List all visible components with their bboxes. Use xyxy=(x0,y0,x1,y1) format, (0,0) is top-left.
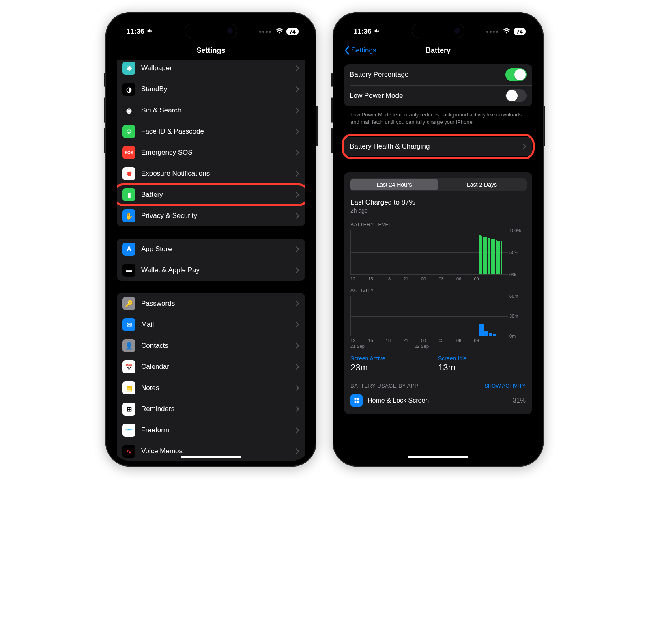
battery-icon: ▮ xyxy=(122,188,135,201)
settings-row-wallet[interactable]: ▬Wallet & Apple Pay xyxy=(117,260,305,281)
settings-row-siri[interactable]: ◉Siri & Search xyxy=(117,100,305,121)
settings-row-wallpaper[interactable]: ❋Wallpaper xyxy=(117,60,305,79)
wifi-icon xyxy=(503,28,510,36)
passwords-icon: 🔑 xyxy=(122,297,135,310)
chevron-right-icon xyxy=(295,364,299,370)
settings-label: Reminders xyxy=(141,405,290,413)
settings-label: Privacy & Security xyxy=(141,212,290,220)
svg-rect-3 xyxy=(357,401,359,403)
sos-icon: SOS xyxy=(122,146,135,159)
settings-label: Face ID & Passcode xyxy=(141,127,290,136)
settings-label: Freeform xyxy=(141,426,290,434)
dynamic-island xyxy=(185,24,237,38)
app-switcher-dots-icon xyxy=(486,31,498,33)
segment-2d[interactable]: Last 2 Days xyxy=(438,179,526,190)
chevron-right-icon xyxy=(295,65,299,71)
chevron-right-icon xyxy=(522,143,527,150)
chevron-right-icon xyxy=(295,107,299,114)
phone-right: 11:36 74 Settings Battery Battery Perce xyxy=(333,12,544,467)
settings-row-appstore[interactable]: AApp Store xyxy=(117,239,305,260)
low-power-row[interactable]: Low Power Mode xyxy=(344,85,532,106)
low-power-footer: Low Power Mode temporarily reduces backg… xyxy=(344,108,532,125)
settings-row-freeform[interactable]: 〰Freeform xyxy=(117,420,305,441)
settings-row-mail[interactable]: ✉Mail xyxy=(117,314,305,335)
settings-row-reminders[interactable]: ⊞Reminders xyxy=(117,398,305,420)
settings-label: Notes xyxy=(141,384,290,392)
home-indicator[interactable] xyxy=(181,456,241,458)
silent-icon xyxy=(374,28,380,36)
svg-rect-2 xyxy=(355,401,357,403)
settings-label: Emergency SOS xyxy=(141,149,290,157)
chevron-right-icon xyxy=(295,385,299,391)
settings-label: Passwords xyxy=(141,299,290,308)
chevron-right-icon xyxy=(295,448,299,454)
settings-row-faceid[interactable]: ☺Face ID & Passcode xyxy=(117,121,305,142)
phone-left: 11:36 74 Settings ❋Wallpaper◑StandBy◉Sir… xyxy=(105,12,316,467)
low-power-toggle[interactable] xyxy=(505,89,527,102)
settings-list[interactable]: ❋Wallpaper◑StandBy◉Siri & Search☺Face ID… xyxy=(111,60,311,461)
nav-bar: Settings Battery xyxy=(338,41,538,60)
settings-row-passwords[interactable]: 🔑Passwords xyxy=(117,293,305,314)
battery-level-header: BATTERY LEVEL xyxy=(350,222,526,228)
voicememos-icon: ∿ xyxy=(122,445,135,458)
battery-level-chart: 100% 50% 0% xyxy=(350,230,508,275)
settings-label: Mail xyxy=(141,321,290,329)
battery-level-xaxis: 1215182100030609 xyxy=(350,276,508,281)
settings-label: Wallpaper xyxy=(141,64,290,72)
status-time: 11:36 xyxy=(127,28,144,36)
chevron-right-icon xyxy=(295,246,299,252)
settings-row-notes[interactable]: ▤Notes xyxy=(117,377,305,398)
app-usage-row[interactable]: Home & Lock Screen 31% xyxy=(344,391,532,410)
status-time: 11:36 xyxy=(354,28,371,36)
chevron-right-icon xyxy=(295,170,299,177)
screen-active-stat: Screen Active 23m xyxy=(350,355,438,373)
settings-row-privacy[interactable]: ✋Privacy & Security xyxy=(117,205,305,226)
screen-idle-stat: Screen Idle 13m xyxy=(438,355,526,373)
settings-row-voicememos[interactable]: ∿Voice Memos xyxy=(117,441,305,461)
battery-content[interactable]: Battery Percentage Low Power Mode Low Po… xyxy=(338,60,538,461)
home-indicator[interactable] xyxy=(408,456,468,458)
settings-row-contacts[interactable]: 👤Contacts xyxy=(117,335,305,356)
battery-percentage-row[interactable]: Battery Percentage xyxy=(344,64,532,85)
settings-label: Battery xyxy=(141,191,290,199)
chevron-right-icon xyxy=(295,213,299,219)
chevron-right-icon xyxy=(295,86,299,93)
silent-icon xyxy=(146,28,153,36)
battery-health-row[interactable]: Battery Health & Charging xyxy=(344,137,532,156)
settings-row-sos[interactable]: SOSEmergency SOS xyxy=(117,142,305,163)
standby-icon: ◑ xyxy=(122,83,135,96)
mail-icon: ✉ xyxy=(122,318,135,331)
chevron-right-icon xyxy=(295,321,299,328)
segment-24h[interactable]: Last 24 Hours xyxy=(350,179,438,190)
time-range-segmented[interactable]: Last 24 Hours Last 2 Days xyxy=(350,178,527,191)
reminders-icon: ⊞ xyxy=(122,403,135,416)
settings-label: Exposure Notifications xyxy=(141,170,290,178)
svg-rect-0 xyxy=(355,398,357,401)
settings-label: Contacts xyxy=(141,342,290,350)
chevron-right-icon xyxy=(295,128,299,135)
settings-row-standby[interactable]: ◑StandBy xyxy=(117,79,305,100)
usage-header: BATTERY USAGE BY APP xyxy=(350,383,418,389)
battery-percentage-toggle[interactable] xyxy=(505,68,527,81)
page-title: Battery xyxy=(426,46,451,55)
chevron-right-icon xyxy=(295,149,299,156)
freeform-icon: 〰 xyxy=(122,424,135,437)
activity-header: ACTIVITY xyxy=(350,288,526,293)
back-button[interactable]: Settings xyxy=(344,46,376,55)
battery-percentage-label: Battery Percentage xyxy=(350,71,500,79)
contacts-icon: 👤 xyxy=(122,339,135,352)
settings-row-battery[interactable]: ▮Battery xyxy=(117,184,305,205)
activity-dates: 21 Sep 22 Sep xyxy=(350,344,508,349)
show-activity-link[interactable]: SHOW ACTIVITY xyxy=(484,383,526,389)
chevron-right-icon xyxy=(295,406,299,412)
settings-row-calendar[interactable]: 📅Calendar xyxy=(117,356,305,377)
settings-label: Siri & Search xyxy=(141,106,290,114)
nav-bar: Settings xyxy=(111,41,311,60)
settings-row-exposure[interactable]: ✹Exposure Notifications xyxy=(117,163,305,184)
settings-label: StandBy xyxy=(141,85,290,93)
last-charged-title: Last Charged to 87% xyxy=(350,198,526,207)
home-lock-icon xyxy=(350,394,363,407)
app-switcher-dots-icon xyxy=(259,31,271,33)
notes-icon: ▤ xyxy=(122,381,135,394)
wallpaper-icon: ❋ xyxy=(122,62,135,75)
